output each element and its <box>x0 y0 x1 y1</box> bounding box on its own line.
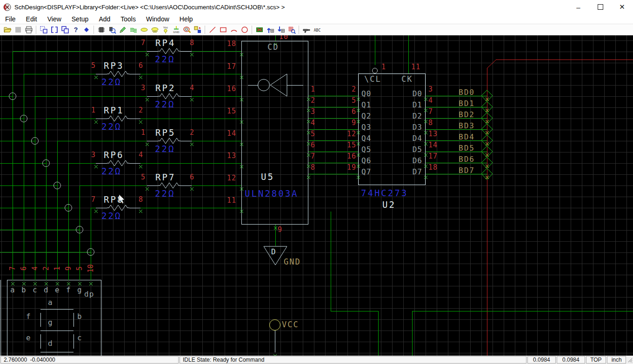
pin-number: 8 <box>428 119 433 126</box>
copy-range-icon[interactable] <box>49 25 60 35</box>
resistor-value[interactable]: 22Ω <box>101 212 121 220</box>
maximize-button[interactable] <box>589 0 611 14</box>
svg-text:ABC: ABC <box>313 28 320 33</box>
hierarchy-icon[interactable] <box>192 25 203 35</box>
net-label-BD4[interactable]: BD4 <box>459 133 475 141</box>
pin-marker <box>190 50 193 53</box>
open-folder-icon[interactable] <box>2 25 13 35</box>
net-label-BD3[interactable]: BD3 <box>459 122 475 130</box>
u2-clk-label: CK <box>401 75 413 83</box>
vcc-power-icon[interactable]: Vcc <box>160 25 171 35</box>
probe-diamond-icon[interactable] <box>81 25 92 35</box>
tool-probe-icon[interactable] <box>301 25 312 35</box>
wire <box>80 185 147 186</box>
resistor-ref-RP6[interactable]: RP6 <box>104 151 124 159</box>
edit-pencil-icon[interactable] <box>117 25 128 35</box>
copy-overlap-icon[interactable] <box>60 25 70 35</box>
pin-marker <box>307 150 310 153</box>
draw-rect-icon[interactable] <box>218 25 228 35</box>
net-label-BD2[interactable]: BD2 <box>459 111 475 119</box>
draw-arc-icon[interactable] <box>228 25 239 35</box>
statusbar-layer[interactable]: TOP <box>586 356 606 364</box>
resistor-ref-RP7[interactable]: RP7 <box>155 173 175 182</box>
vcc-label[interactable]: VCC <box>282 321 299 329</box>
pad-oval-lined-icon[interactable] <box>149 25 160 35</box>
junction-ring <box>31 137 39 145</box>
resistor-value[interactable]: 22Ω <box>101 78 121 86</box>
junction-ring <box>65 204 72 212</box>
resistor-ref-RP1[interactable]: RP1 <box>104 106 124 115</box>
u5-ref[interactable]: U5 <box>261 172 274 181</box>
u2-pin-name: D4 <box>406 135 422 142</box>
resistor-value[interactable]: 22Ω <box>101 167 121 176</box>
menu-add[interactable]: Add <box>93 15 115 23</box>
pin-marker <box>139 162 142 165</box>
annotate-down-icon[interactable] <box>275 25 286 35</box>
resize-grip[interactable] <box>626 357 633 364</box>
resistor-value[interactable]: 22Ω <box>155 100 175 109</box>
net-zoom-icon[interactable] <box>181 25 192 35</box>
status-bar: 2.760000 -0.040000 IDLE State: Ready for… <box>0 356 633 364</box>
net-label-BD6[interactable]: BD6 <box>459 156 475 163</box>
menu-file[interactable]: File <box>0 15 21 23</box>
help-icon[interactable]: ? <box>70 25 81 35</box>
resistor-ref-RP5[interactable]: RP5 <box>155 128 175 137</box>
pin-marker <box>357 150 360 153</box>
pin-number: 10 <box>279 35 288 40</box>
pin-number: 3 <box>311 108 315 115</box>
resistor-value[interactable]: 22Ω <box>155 189 175 198</box>
wire <box>375 35 375 65</box>
pin-marker <box>357 106 360 109</box>
board-route-icon[interactable] <box>254 25 265 35</box>
net-label-BD5[interactable]: BD5 <box>459 145 475 152</box>
menu-tools[interactable]: Tools <box>115 15 141 23</box>
u5-part[interactable]: ULN2803A <box>245 189 299 198</box>
menu-view[interactable]: View <box>42 15 67 23</box>
resistor-value[interactable]: 22Ω <box>155 55 175 64</box>
resistor-ref-RP4[interactable]: RP4 <box>155 39 175 47</box>
ic-chip-icon[interactable] <box>96 25 107 35</box>
abc-label-icon[interactable]: ABC <box>312 25 322 35</box>
menu-window[interactable]: Window <box>141 15 174 23</box>
paste-special-icon[interactable] <box>38 25 49 35</box>
print-icon[interactable] <box>23 25 34 35</box>
net-label-BD1[interactable]: BD1 <box>459 100 475 107</box>
part-search-icon[interactable] <box>107 25 117 35</box>
statusbar-units[interactable]: inch <box>607 356 626 364</box>
pin-marker <box>139 117 142 120</box>
menu-help[interactable]: Help <box>174 15 198 23</box>
bus-layers-icon[interactable] <box>128 25 139 35</box>
u2-ref[interactable]: U2 <box>382 200 396 209</box>
u2-part[interactable]: 74HC273 <box>361 189 408 198</box>
wire <box>192 185 241 186</box>
pad-oval-icon[interactable] <box>139 25 149 35</box>
resistor-value[interactable]: 22Ω <box>155 145 175 153</box>
pin-marker <box>307 117 310 120</box>
schematic-canvas[interactable]: 78RP422Ω1856RP322Ω1734RP222Ω1612RP122Ω15… <box>0 35 633 356</box>
close-button[interactable]: ✕ <box>611 0 633 14</box>
gnd-label[interactable]: GND <box>284 258 301 266</box>
draw-line-icon[interactable] <box>207 25 218 35</box>
menu-setup[interactable]: Setup <box>67 15 94 23</box>
gnd-power-icon[interactable]: GND <box>171 25 181 35</box>
pin-number: 16 <box>342 153 356 160</box>
mesh-zoom-icon[interactable] <box>286 25 297 35</box>
resistor-ref-RP3[interactable]: RP3 <box>104 61 124 70</box>
menu-edit[interactable]: Edit <box>21 15 42 23</box>
net-label-BD7[interactable]: BD7 <box>459 167 475 174</box>
resistor-value[interactable]: 22Ω <box>101 122 121 131</box>
pin-marker <box>486 139 489 142</box>
draw-circle-icon[interactable] <box>239 25 250 35</box>
wire <box>24 74 96 74</box>
pin-number: 14 <box>221 130 236 137</box>
annotate-up-icon[interactable] <box>265 25 275 35</box>
net-label-BD0[interactable]: BD0 <box>459 89 475 96</box>
minimize-button[interactable]: – <box>567 0 589 14</box>
resistor-ref-RP2[interactable]: RP2 <box>155 84 175 93</box>
pin-number: 2 <box>311 97 315 104</box>
wire <box>412 311 633 311</box>
save-icon[interactable] <box>13 25 23 35</box>
vcc-symbol <box>269 319 280 331</box>
segment-label: g <box>48 319 53 326</box>
resistor-ref-RP8[interactable]: RP8 <box>104 195 124 204</box>
